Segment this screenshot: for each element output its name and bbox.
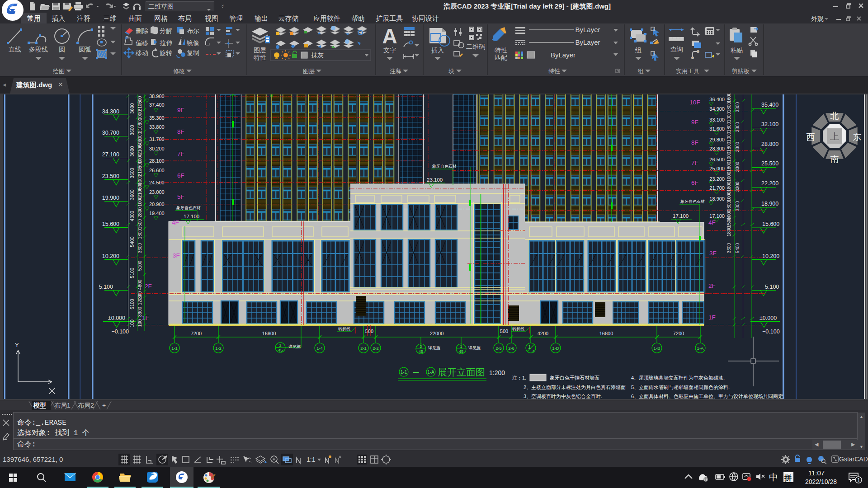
svg-text:组: 组 bbox=[635, 47, 642, 54]
svg-text:1-4: 1-4 bbox=[316, 346, 323, 351]
svg-text:5400: 5400 bbox=[735, 243, 740, 253]
svg-text:文字: 文字 bbox=[383, 47, 396, 54]
svg-text:绘图: 绘图 bbox=[53, 68, 65, 75]
svg-text:1:200: 1:200 bbox=[489, 369, 505, 376]
svg-text:4300: 4300 bbox=[129, 211, 135, 221]
svg-text:3600: 3600 bbox=[129, 125, 135, 136]
svg-text:插入: 插入 bbox=[431, 47, 444, 54]
svg-text:7200: 7200 bbox=[191, 331, 202, 336]
svg-text:16800: 16800 bbox=[262, 331, 276, 336]
svg-text:2F: 2F bbox=[145, 283, 152, 290]
svg-text:33.100: 33.100 bbox=[709, 117, 725, 122]
svg-text:28.800: 28.800 bbox=[761, 141, 778, 147]
svg-text:5100: 5100 bbox=[129, 267, 135, 278]
svg-text:26.500: 26.500 bbox=[709, 157, 725, 162]
svg-text:1-B: 1-B bbox=[654, 346, 660, 351]
svg-text:7F: 7F bbox=[691, 160, 698, 166]
svg-text:34.300: 34.300 bbox=[102, 108, 119, 115]
svg-text:500: 500 bbox=[365, 328, 373, 334]
svg-text:29.800: 29.800 bbox=[709, 137, 725, 142]
svg-text:复制: 复制 bbox=[187, 49, 199, 56]
svg-text:3600: 3600 bbox=[726, 243, 731, 253]
svg-text:二维码: 二维码 bbox=[466, 43, 485, 50]
svg-text:15.600: 15.600 bbox=[762, 221, 779, 227]
svg-text:3900: 3900 bbox=[137, 306, 142, 317]
svg-text:—: — bbox=[413, 369, 419, 375]
svg-text:3600: 3600 bbox=[129, 146, 135, 157]
svg-text:10F: 10F bbox=[689, 99, 700, 106]
svg-text:±0.000: ±0.000 bbox=[108, 315, 125, 321]
svg-text:圆弧: 圆弧 bbox=[79, 46, 91, 53]
svg-text:−0.100: −0.100 bbox=[111, 328, 129, 335]
svg-text:6F: 6F bbox=[177, 172, 184, 179]
svg-text:9F: 9F bbox=[691, 119, 698, 126]
svg-text:15.600: 15.600 bbox=[102, 221, 119, 227]
svg-text:10.200: 10.200 bbox=[762, 253, 779, 259]
svg-text:1800: 1800 bbox=[726, 201, 731, 211]
svg-text:直线: 直线 bbox=[9, 46, 21, 53]
svg-text:45: 45 bbox=[278, 347, 283, 352]
svg-text:1000: 1000 bbox=[726, 112, 731, 122]
svg-text:1000: 1000 bbox=[726, 171, 731, 182]
svg-text:24.500: 24.500 bbox=[149, 180, 165, 185]
svg-text:2-1: 2-1 bbox=[360, 346, 367, 351]
svg-text:1000: 1000 bbox=[726, 191, 731, 202]
svg-text:8F: 8F bbox=[177, 128, 184, 135]
svg-text:1-2: 1-2 bbox=[215, 346, 222, 351]
svg-text:1000: 1000 bbox=[726, 131, 731, 142]
svg-text:2800: 2800 bbox=[137, 207, 142, 217]
svg-text:21.700: 21.700 bbox=[709, 185, 725, 191]
svg-text:3300: 3300 bbox=[735, 122, 740, 132]
svg-text:北: 北 bbox=[830, 111, 839, 121]
svg-text:18.900: 18.900 bbox=[709, 196, 725, 202]
svg-text:100: 100 bbox=[137, 319, 142, 327]
svg-text:详见施: 详见施 bbox=[288, 344, 301, 349]
svg-text:17.100: 17.100 bbox=[673, 213, 689, 219]
svg-text:4、屋顶玻璃幕墙立面杆件为中灰色氟碳漆.: 4、屋顶玻璃幕墙立面杆件为中灰色氟碳漆. bbox=[631, 375, 725, 380]
svg-text:1800: 1800 bbox=[726, 102, 731, 112]
svg-text:2、主楼立面部分未标注处为月白色真石漆墙面: 2、主楼立面部分未标注处为月白色真石漆墙面 bbox=[524, 385, 626, 390]
svg-text:34.900: 34.900 bbox=[709, 106, 725, 112]
svg-text:3300: 3300 bbox=[735, 161, 740, 172]
svg-text:2100: 2100 bbox=[137, 122, 142, 133]
svg-text:3600: 3600 bbox=[129, 103, 135, 114]
svg-text:图层: 图层 bbox=[303, 68, 315, 75]
svg-text:±0.000: ±0.000 bbox=[760, 315, 777, 321]
svg-text:37.400: 37.400 bbox=[149, 102, 165, 108]
svg-text:2: 2 bbox=[420, 344, 422, 349]
svg-text:2100: 2100 bbox=[137, 187, 142, 197]
svg-text:1800: 1800 bbox=[726, 122, 731, 132]
svg-text:详见施: 详见施 bbox=[468, 346, 481, 350]
svg-text:旋转: 旋转 bbox=[160, 49, 172, 56]
svg-text:1500: 1500 bbox=[137, 219, 142, 229]
svg-text:5100: 5100 bbox=[137, 260, 142, 271]
svg-text:分解: 分解 bbox=[160, 27, 172, 34]
svg-text:组: 组 bbox=[638, 68, 644, 75]
svg-text:1-1: 1-1 bbox=[171, 346, 178, 351]
svg-text:16800: 16800 bbox=[599, 331, 613, 336]
svg-text:3300: 3300 bbox=[735, 102, 740, 112]
svg-text:45: 45 bbox=[419, 349, 424, 354]
svg-text:1800: 1800 bbox=[726, 181, 731, 192]
svg-text:30.700: 30.700 bbox=[102, 130, 119, 136]
svg-text:1600: 1600 bbox=[726, 94, 731, 103]
svg-text:转折线: 转折线 bbox=[512, 327, 524, 331]
svg-text:象牙自色石材: 象牙自色石材 bbox=[432, 164, 457, 169]
svg-text:45: 45 bbox=[459, 349, 464, 354]
svg-text:图层: 图层 bbox=[254, 47, 266, 54]
svg-text:粘贴: 粘贴 bbox=[730, 47, 743, 54]
svg-text:3、空调板百叶为中灰色铝合金百叶.: 3、空调板百叶为中灰色铝合金百叶. bbox=[524, 394, 602, 399]
svg-text:19.900: 19.900 bbox=[102, 195, 119, 201]
svg-text:4F: 4F bbox=[708, 219, 716, 226]
svg-text:28.300: 28.300 bbox=[709, 146, 725, 151]
svg-text:2-6: 2-6 bbox=[508, 346, 514, 351]
svg-text:实用工具: 实用工具 bbox=[676, 68, 699, 75]
svg-text:ByLayer: ByLayer bbox=[575, 38, 600, 46]
svg-text:-3: -3 bbox=[532, 350, 534, 353]
svg-text:1-A: 1-A bbox=[427, 370, 434, 375]
svg-text:上: 上 bbox=[830, 131, 839, 141]
svg-text:4800: 4800 bbox=[137, 279, 142, 290]
svg-text:38.900: 38.900 bbox=[149, 94, 165, 99]
svg-text:26.600: 26.600 bbox=[149, 168, 165, 173]
svg-text:25.500: 25.500 bbox=[761, 160, 778, 167]
